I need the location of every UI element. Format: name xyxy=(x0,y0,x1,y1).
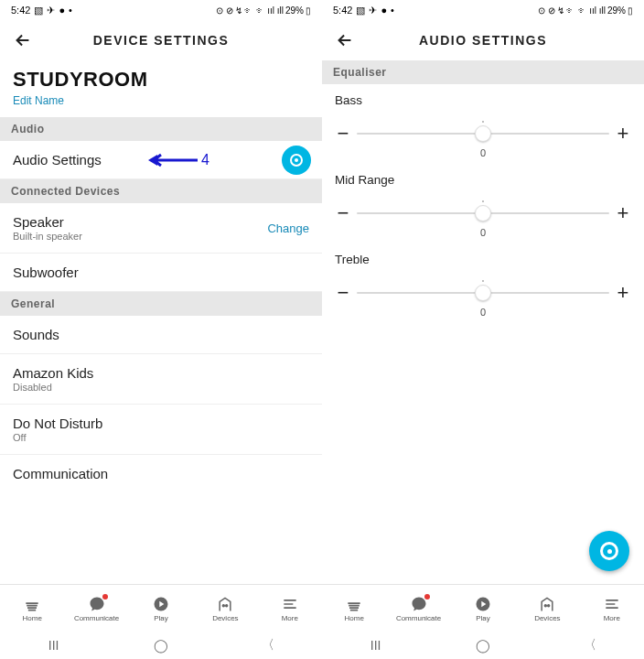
row-subtitle: Off xyxy=(13,432,309,443)
svg-point-4 xyxy=(545,604,547,606)
back-button[interactable] xyxy=(331,27,359,54)
nav-label: Devices xyxy=(212,614,238,622)
nav-devices[interactable]: Devices xyxy=(198,595,252,622)
nav-communicate[interactable]: Communicate xyxy=(70,595,124,622)
nav-label: Home xyxy=(23,614,42,622)
plus-button[interactable]: + xyxy=(615,124,631,144)
home-icon xyxy=(23,595,41,613)
gallery-icon: ▧ xyxy=(34,5,43,16)
row-subtitle: Disabled xyxy=(13,382,309,393)
alexa-badge[interactable] xyxy=(282,146,311,175)
row-speaker[interactable]: Speaker Built-in speaker Change xyxy=(0,203,322,254)
home-button[interactable]: ◯ xyxy=(134,638,188,653)
alexa-fab[interactable] xyxy=(589,531,629,571)
edit-name-link[interactable]: Edit Name xyxy=(13,94,64,107)
arrow-left-icon xyxy=(335,30,355,50)
plus-button[interactable]: + xyxy=(615,203,631,223)
device-name-title: STUDYROOM xyxy=(13,68,309,92)
recent-apps-button[interactable]: III xyxy=(349,638,403,653)
svg-point-1 xyxy=(223,604,225,606)
minus-button[interactable]: − xyxy=(335,283,351,303)
row-sounds[interactable]: Sounds xyxy=(0,316,322,354)
slider-thumb[interactable] xyxy=(475,125,491,142)
row-title: Sounds xyxy=(13,327,309,342)
change-link[interactable]: Change xyxy=(267,221,309,235)
slider-value: 0 xyxy=(335,227,631,238)
devices-icon xyxy=(216,595,234,613)
wifi-icon: ᯤ ᯤ xyxy=(244,5,265,16)
nav-more[interactable]: More xyxy=(585,595,639,622)
row-audio-settings[interactable]: Audio Settings 4 xyxy=(0,141,322,179)
alarm-icon: ⊙ ⊘ ↯ xyxy=(538,5,565,16)
signal-icon: ııl ıll xyxy=(589,5,606,16)
slider-track[interactable] xyxy=(357,212,609,214)
back-system-button[interactable]: 〈 xyxy=(241,637,295,654)
header: DEVICE SETTINGS xyxy=(0,20,322,60)
nav-communicate[interactable]: Communicate xyxy=(392,595,446,622)
gallery-icon: ▧ xyxy=(356,5,365,16)
slider-bass: − + xyxy=(335,124,631,144)
nav-play[interactable]: Play xyxy=(134,595,188,622)
menu-icon xyxy=(603,595,621,613)
telegram-icon: ✈ xyxy=(369,5,377,16)
messenger-icon: ● xyxy=(381,5,387,16)
signal-icon: ııl ıll xyxy=(267,5,284,16)
slider-value: 0 xyxy=(335,147,631,158)
battery-pct: 29% xyxy=(607,5,626,16)
header-title: AUDIO SETTINGS xyxy=(419,33,547,48)
nav-home[interactable]: Home xyxy=(5,595,59,622)
battery-icon: ▯ xyxy=(306,5,311,16)
back-system-button[interactable]: 〈 xyxy=(563,637,617,654)
nav-label: More xyxy=(604,614,620,622)
content: STUDYROOM Edit Name Audio Audio Settings… xyxy=(0,60,322,584)
plus-button[interactable]: + xyxy=(615,283,631,303)
messenger-icon: ● xyxy=(59,5,65,16)
system-nav: III ◯ 〈 xyxy=(0,632,322,659)
status-bar: 5:42 ▧ ✈ ● • ⊙ ⊘ ↯ ᯤ ᯤ ııl ıll 29% ▯ xyxy=(0,0,322,20)
devices-icon xyxy=(538,595,556,613)
battery-icon: ▯ xyxy=(628,5,633,16)
minus-button[interactable]: − xyxy=(335,124,351,144)
menu-icon xyxy=(281,595,299,613)
row-dnd[interactable]: Do Not Disturb Off xyxy=(0,405,322,455)
nav-label: Home xyxy=(345,614,364,622)
slider-track[interactable] xyxy=(357,292,609,294)
section-connected: Connected Devices xyxy=(0,179,322,203)
status-left: 5:42 ▧ ✈ ● • xyxy=(333,5,394,16)
slider-thumb[interactable] xyxy=(475,205,491,221)
device-name-block: STUDYROOM Edit Name xyxy=(0,60,322,117)
svg-point-5 xyxy=(548,604,550,606)
recent-apps-button[interactable]: III xyxy=(27,638,81,653)
nav-play[interactable]: Play xyxy=(456,595,510,622)
arrow-left-icon xyxy=(13,30,33,50)
status-time: 5:42 xyxy=(333,5,352,16)
slider-thumb[interactable] xyxy=(475,285,491,301)
more-status-icon: • xyxy=(69,5,72,16)
row-subwoofer[interactable]: Subwoofer xyxy=(0,254,322,292)
status-time: 5:42 xyxy=(11,5,30,16)
row-title: Do Not Disturb xyxy=(13,416,309,431)
slider-track[interactable] xyxy=(357,133,609,135)
bottom-nav: Home Communicate Play Devices More xyxy=(0,584,322,632)
row-communication[interactable]: Communication xyxy=(0,455,322,492)
minus-button[interactable]: − xyxy=(335,203,351,223)
nav-home[interactable]: Home xyxy=(327,595,381,622)
phone-right: 5:42 ▧ ✈ ● • ⊙ ⊘ ↯ ᯤ ᯤ ııl ıll 29% ▯ AUD… xyxy=(322,0,644,659)
home-icon xyxy=(345,595,363,613)
slider-value: 0 xyxy=(335,307,631,318)
slider-mid: − + xyxy=(335,203,631,223)
nav-more[interactable]: More xyxy=(263,595,317,622)
home-button[interactable]: ◯ xyxy=(456,638,510,653)
nav-label: Communicate xyxy=(74,614,119,622)
status-right: ⊙ ⊘ ↯ ᯤ ᯤ ııl ıll 29% ▯ xyxy=(216,5,311,16)
more-status-icon: • xyxy=(391,5,394,16)
play-icon xyxy=(474,595,492,613)
phone-left: 5:42 ▧ ✈ ● • ⊙ ⊘ ↯ ᯤ ᯤ ııl ıll 29% ▯ DEV… xyxy=(0,0,322,659)
header: AUDIO SETTINGS xyxy=(322,20,644,60)
row-amazon-kids[interactable]: Amazon Kids Disabled xyxy=(0,354,322,405)
slider-treble: − + xyxy=(335,283,631,303)
back-button[interactable] xyxy=(9,27,37,54)
nav-devices[interactable]: Devices xyxy=(520,595,574,622)
eq-label: Mid Range xyxy=(335,173,631,187)
nav-label: Communicate xyxy=(396,614,441,622)
